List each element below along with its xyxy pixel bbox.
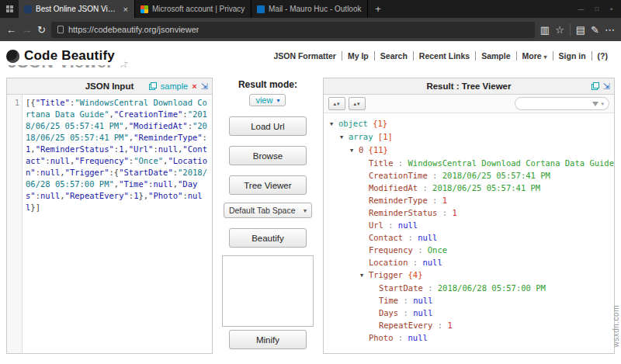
collapse-toggle-icon[interactable]: ▼ bbox=[330, 118, 338, 130]
node-value: 2018/06/25 05:57:41 PM bbox=[442, 171, 550, 180]
nav-search[interactable]: Search bbox=[375, 51, 414, 61]
web-notes-button[interactable]: ✎ bbox=[591, 25, 599, 35]
node-count: {11} bbox=[363, 145, 388, 154]
tab-outlook-mail[interactable]: Mail - Mauro Huc - Outlook bbox=[252, 0, 368, 18]
colon: : bbox=[423, 283, 438, 293]
tree-row: Url : null bbox=[324, 219, 614, 231]
microsoft-favicon bbox=[141, 5, 148, 13]
main-panels: JSON Input sample × ⇲ 1 [{"Title":"Windo… bbox=[0, 78, 621, 354]
maximize-button[interactable]: □ bbox=[595, 5, 598, 12]
site-logo[interactable]: Code Beautify bbox=[6, 47, 124, 65]
caret-down-icon[interactable]: ▾ bbox=[601, 101, 604, 107]
load-url-button[interactable]: Load Url bbox=[229, 116, 307, 136]
browse-button[interactable]: Browse bbox=[229, 146, 307, 165]
node-key: CreationTime bbox=[369, 171, 428, 180]
json-input-header: JSON Input sample × ⇲ bbox=[7, 78, 212, 95]
beautify-button[interactable]: Beautify bbox=[229, 228, 307, 248]
new-tab-button[interactable]: + bbox=[368, 0, 388, 18]
tree-row: Title : WindowsCentral Download Cortana … bbox=[324, 157, 614, 169]
tab-space-value: Default Tab Space bbox=[229, 206, 296, 215]
node-count: {4} bbox=[403, 270, 422, 279]
collapse-toggle-icon[interactable]: ▼ bbox=[350, 144, 359, 157]
result-mode-label: Result mode: bbox=[238, 79, 297, 90]
filter-funnel-icon[interactable] bbox=[592, 102, 598, 106]
tree-row[interactable]: ▼Trigger {4} bbox=[324, 269, 614, 282]
tree-row[interactable]: ▼object {1} bbox=[324, 117, 614, 130]
colon: : bbox=[437, 208, 452, 217]
fullscreen-icon[interactable]: ⇲ bbox=[603, 81, 610, 92]
tab-close-icon[interactable]: × bbox=[123, 5, 129, 14]
nav-help[interactable]: (?) bbox=[592, 51, 613, 61]
node-key: Title bbox=[369, 158, 394, 168]
tab-preview-button[interactable] bbox=[0, 0, 19, 18]
node-count: {1} bbox=[368, 119, 387, 128]
window-close-button[interactable]: × bbox=[609, 5, 613, 12]
codebeautify-favicon bbox=[24, 5, 32, 13]
tree-search-input[interactable] bbox=[520, 99, 590, 109]
node-value: 1 bbox=[442, 196, 447, 205]
tree-row: ReminderStatus : 1 bbox=[324, 206, 614, 219]
nav-json-formatter[interactable]: JSON Formatter bbox=[268, 51, 342, 61]
sample-link[interactable]: sample bbox=[161, 81, 188, 91]
colon: : bbox=[394, 333, 408, 342]
page-icon bbox=[57, 26, 64, 33]
forward-button[interactable]: → bbox=[22, 25, 32, 35]
tree-row[interactable]: ▼0 {11} bbox=[324, 144, 614, 157]
node-key: Contact bbox=[369, 233, 403, 242]
colon: : bbox=[398, 308, 413, 317]
expand-all-button[interactable]: ▴▾ bbox=[328, 97, 345, 110]
minimize-button[interactable]: — bbox=[578, 5, 584, 12]
tree-row: ModifiedAt : 2018/06/25 05:57:41 PM bbox=[324, 182, 614, 194]
minify-button[interactable]: Minify bbox=[229, 330, 307, 349]
json-token: "CreationTime" bbox=[114, 109, 183, 119]
nav-sample[interactable]: Sample bbox=[476, 51, 516, 61]
colon: : bbox=[408, 258, 422, 267]
json-token: "ReminderType" bbox=[134, 133, 203, 142]
caret-down-icon: ▾ bbox=[304, 207, 307, 214]
tree-row[interactable]: ▼array [1] bbox=[324, 130, 614, 144]
tab-grid-icon bbox=[6, 5, 13, 12]
back-button[interactable]: ← bbox=[6, 25, 16, 35]
result-mode-select[interactable]: view ▾ bbox=[249, 94, 286, 106]
colon: : bbox=[398, 296, 413, 305]
nav-more[interactable]: More ▾ bbox=[517, 51, 553, 61]
nav-sign-in[interactable]: Sign in bbox=[553, 51, 592, 61]
node-value: 1 bbox=[447, 321, 452, 330]
hub-button[interactable]: ▤ bbox=[576, 25, 585, 35]
line-numbers: 1 bbox=[7, 95, 23, 353]
copy-icon[interactable] bbox=[149, 82, 157, 90]
node-type: array bbox=[349, 132, 373, 141]
tree-row: CreationTime : 2018/06/25 05:57:41 PM bbox=[324, 169, 614, 182]
top-navigation: JSON Formatter My Ip Search Recent Links… bbox=[268, 51, 613, 61]
collapse-toggle-icon[interactable]: ▼ bbox=[360, 269, 369, 282]
json-editor[interactable]: 1 [{"Title":"WindowsCentral Download Cor… bbox=[7, 95, 212, 353]
tree-viewer-button[interactable]: Tree Viewer bbox=[229, 175, 307, 195]
line-number: 1 bbox=[15, 98, 19, 107]
json-token: null bbox=[40, 191, 60, 200]
tab-json-viewer[interactable]: Best Online JSON Viewer × bbox=[19, 0, 135, 18]
node-key: ReminderType bbox=[369, 196, 428, 205]
node-key: Url bbox=[369, 220, 383, 230]
favorites-button[interactable]: ☆ bbox=[555, 25, 564, 35]
more-button[interactable]: ⋯ bbox=[605, 25, 615, 35]
tree-row: StartDate : 2018/06/28 05:57:00 PM bbox=[324, 282, 614, 294]
address-bar[interactable]: https://codebeautify.org/jsonviewer bbox=[51, 22, 535, 38]
nav-recent-links[interactable]: Recent Links bbox=[414, 51, 476, 61]
fullscreen-icon[interactable]: ⇲ bbox=[201, 81, 208, 92]
controls-column: Result mode: view ▾ Load Url Browse Tree… bbox=[219, 78, 317, 354]
json-token: "Title" bbox=[36, 98, 70, 107]
node-key: ReminderStatus bbox=[369, 208, 438, 217]
site-header: Code Beautify JSON Formatter My Ip Searc… bbox=[0, 41, 621, 65]
json-code[interactable]: [{"Title":"WindowsCentral Download Corta… bbox=[23, 95, 212, 353]
nav-my-ip[interactable]: My Ip bbox=[342, 51, 375, 61]
refresh-button[interactable]: ↻ bbox=[37, 25, 46, 35]
colon: : bbox=[418, 183, 432, 192]
collapse-toggle-icon[interactable]: ▼ bbox=[340, 131, 349, 144]
collapse-all-button[interactable]: ▴▾ bbox=[349, 97, 366, 110]
copy-icon[interactable] bbox=[592, 82, 599, 90]
json-token: null bbox=[153, 179, 172, 189]
tab-space-select[interactable]: Default Tab Space ▾ bbox=[224, 203, 312, 218]
clear-input-icon[interactable]: × bbox=[192, 81, 196, 91]
tab-microsoft-account[interactable]: Microsoft account | Privacy bbox=[135, 0, 252, 18]
reading-view-button[interactable]: ▥ bbox=[540, 25, 550, 35]
